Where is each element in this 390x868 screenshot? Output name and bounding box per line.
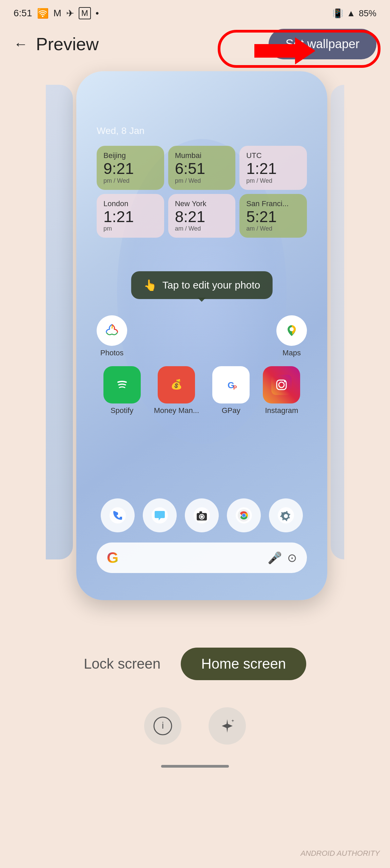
back-button[interactable]: ← — [14, 36, 28, 52]
dock-settings[interactable] — [269, 498, 303, 532]
clock-time-utc: 1:21 — [246, 160, 300, 177]
nav-indicator — [0, 755, 390, 778]
app-maps[interactable]: Maps — [276, 315, 307, 357]
top-bar-left: ← Preview — [14, 34, 99, 54]
signal-icon: ▲ — [347, 8, 355, 19]
svg-point-13 — [284, 381, 286, 382]
phone-left-partial — [46, 85, 73, 559]
info-icon: i — [153, 716, 172, 735]
microphone-icon[interactable]: 🎤 — [268, 551, 282, 565]
svg-rect-10 — [271, 375, 292, 395]
svg-point-23 — [242, 514, 246, 517]
nav-bar — [161, 765, 229, 768]
sparkles-icon — [218, 716, 237, 735]
lens-icon[interactable]: ⊙ — [287, 551, 297, 565]
app-moneyman[interactable]: 💰 Money Man... — [154, 366, 199, 415]
tap-tooltip: 👆 Tap to edit your photo — [131, 271, 273, 299]
clock-city-london: London — [103, 199, 157, 208]
tab-selector: Lock screen Home screen — [0, 631, 390, 697]
app-instagram[interactable]: Instagram — [263, 366, 300, 415]
spotify-icon — [103, 366, 141, 403]
clock-sanfrancisco: San Franci... 5:21 am / Wed — [239, 194, 307, 238]
dock-messages[interactable] — [143, 498, 177, 532]
dock-chrome[interactable] — [227, 498, 261, 532]
clock-time-sf: 5:21 — [246, 208, 300, 225]
clock-ampm-london: pm — [103, 225, 157, 232]
battery-label: 85% — [359, 8, 376, 19]
moneyman-label: Money Man... — [154, 406, 199, 415]
sparkles-button[interactable] — [209, 707, 246, 745]
red-arrow-annotation — [254, 34, 315, 68]
gpay-label: GPay — [222, 406, 240, 415]
clock-beijing: Beijing 9:21 pm / Wed — [97, 146, 164, 190]
google-search-bar[interactable]: G 🎤 ⊙ — [97, 542, 307, 573]
svg-marker-0 — [254, 37, 315, 64]
mail2-icon: M — [79, 7, 91, 19]
phone-right-partial — [331, 85, 344, 559]
spotify-label: Spotify — [111, 406, 133, 415]
page-title: Preview — [36, 34, 99, 54]
messages-icon — [143, 498, 177, 532]
vibrate-icon: 📳 — [332, 8, 343, 19]
svg-text:💰: 💰 — [171, 379, 182, 390]
clock-newyork: New York 8:21 am / Wed — [168, 194, 236, 238]
svg-text:P: P — [233, 385, 237, 391]
clocks-widget: Beijing 9:21 pm / Wed Mumbai 6:51 pm / W… — [97, 146, 307, 238]
tooltip-text: Tap to edit your photo — [162, 279, 260, 291]
maps-label: Maps — [282, 349, 301, 357]
instagram-icon — [263, 366, 300, 403]
svg-point-19 — [200, 515, 203, 518]
svg-point-4 — [113, 375, 132, 394]
tap-icon: 👆 — [143, 279, 157, 292]
phone-main-preview[interactable]: Wed, 8 Jan Beijing 9:21 pm / Wed Mumbai … — [76, 71, 327, 600]
wifi-icon: 🛜 — [37, 8, 49, 19]
status-time: 6:51 — [14, 8, 32, 19]
clock-ampm-utc: pm / Wed — [246, 177, 300, 184]
clock-ampm-newyork: am / Wed — [175, 225, 229, 232]
svg-point-14 — [110, 507, 126, 524]
mail-icon: M — [54, 8, 61, 19]
phone-preview-wrapper: Wed, 8 Jan Beijing 9:21 pm / Wed Mumbai … — [0, 64, 390, 624]
telegram-icon: ✈ — [66, 8, 74, 19]
clock-utc: UTC 1:21 pm / Wed — [239, 146, 307, 190]
clock-ampm-sf: am / Wed — [246, 225, 300, 232]
photos-label: Photos — [100, 349, 124, 357]
clock-ampm-mumbai: pm / Wed — [175, 177, 229, 184]
status-left: 6:51 🛜 M ✈ M • — [14, 7, 99, 19]
settings-icon — [269, 498, 303, 532]
top-bar: ← Preview Set wallpaper — [0, 24, 390, 64]
clock-time-beijing: 9:21 — [103, 160, 157, 177]
status-right: 📳 ▲ 85% — [332, 8, 376, 19]
camera-icon — [185, 498, 219, 532]
search-icons: 🎤 ⊙ — [268, 551, 297, 565]
svg-point-25 — [284, 514, 288, 518]
clock-city-beijing: Beijing — [103, 151, 157, 160]
dock-phone[interactable] — [101, 498, 135, 532]
clock-time-newyork: 8:21 — [175, 208, 229, 225]
clock-london: London 1:21 pm — [97, 194, 164, 238]
app-photos[interactable]: Photos — [97, 315, 127, 357]
watermark: ANDROID AUTHORITY — [300, 849, 380, 858]
clock-time-london: 1:21 — [103, 208, 157, 225]
instagram-label: Instagram — [265, 406, 298, 415]
bottom-dock — [97, 498, 307, 532]
clock-city-mumbai: Mumbai — [175, 151, 229, 160]
app-gpay[interactable]: G P GPay — [212, 366, 250, 415]
moneyman-icon: 💰 — [158, 366, 195, 403]
tab-lock-screen[interactable]: Lock screen — [84, 656, 160, 672]
phone-date: Wed, 8 Jan — [97, 125, 144, 136]
app-spotify[interactable]: Spotify — [103, 366, 141, 415]
app-row-main: Spotify 💰 Money Man... G P — [97, 366, 307, 415]
clock-time-mumbai: 6:51 — [175, 160, 229, 177]
info-button[interactable]: i — [144, 707, 181, 745]
status-bar: 6:51 🛜 M ✈ M • 📳 ▲ 85% — [0, 0, 390, 24]
google-logo: G — [107, 549, 118, 566]
svg-text:i: i — [162, 720, 164, 731]
clock-city-newyork: New York — [175, 199, 229, 208]
svg-point-3 — [290, 327, 294, 331]
gpay-icon: G P — [212, 366, 250, 403]
svg-rect-20 — [199, 511, 202, 513]
dock-camera[interactable] — [185, 498, 219, 532]
tab-home-screen[interactable]: Home screen — [181, 648, 306, 680]
app-row-top: Photos Maps — [97, 315, 307, 357]
